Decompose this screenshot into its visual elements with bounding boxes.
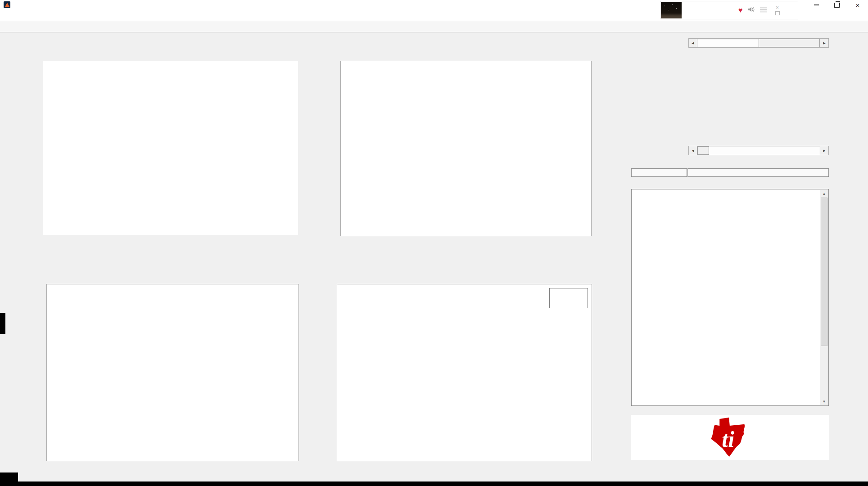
- chirp-slider-thumb[interactable]: [697, 146, 709, 155]
- plot-1d-fft[interactable]: [46, 284, 299, 461]
- scrollbar-thumb[interactable]: [821, 198, 827, 346]
- toolbar: [0, 21, 868, 32]
- speaker-icon[interactable]: [748, 6, 755, 14]
- app-icon: [4, 1, 10, 8]
- scroll-up-arrow[interactable]: ▲: [820, 190, 828, 197]
- chirp-slider-right-arrow[interactable]: ▶: [820, 146, 828, 155]
- window-controls: ×: [806, 0, 868, 10]
- time-domain-legend[interactable]: [549, 288, 588, 308]
- minimize-button[interactable]: [806, 0, 827, 10]
- parameters-table: ▲ ▼: [631, 189, 829, 406]
- plot-time-domain[interactable]: [337, 284, 592, 461]
- scroll-down-arrow[interactable]: ▼: [820, 398, 828, 405]
- taskbar-strip: [0, 482, 868, 486]
- plot-detection[interactable]: [340, 61, 592, 236]
- frame-slider-thumb[interactable]: [759, 39, 820, 47]
- miscellaneous-options-button[interactable]: [687, 168, 829, 177]
- radarstudio-window: × ♥ ×: [0, 0, 868, 486]
- desktop-strip-left: [0, 313, 5, 334]
- music-player-overlay: ♥ ×: [660, 1, 798, 19]
- playlist-icon[interactable]: [760, 6, 767, 14]
- album-art[interactable]: [661, 2, 682, 18]
- player-close-icon[interactable]: ×: [776, 5, 779, 10]
- frame-slider-track[interactable]: [697, 39, 820, 47]
- chirp-slider[interactable]: ◀ ▶: [688, 146, 829, 155]
- fft2d-heatmap-canvas[interactable]: [43, 61, 298, 235]
- maximize-button[interactable]: [827, 0, 847, 10]
- play-button[interactable]: [631, 168, 687, 177]
- chirp-slider-track[interactable]: [697, 146, 820, 155]
- plot-2d-fft[interactable]: [43, 61, 298, 235]
- close-button[interactable]: ×: [847, 0, 868, 10]
- close-icon: ×: [856, 2, 860, 9]
- frame-slider-right-arrow[interactable]: ▶: [820, 39, 828, 47]
- frame-slider[interactable]: ◀ ▶: [688, 38, 829, 48]
- restore-icon: [834, 3, 840, 8]
- frame-slider-left-arrow[interactable]: ◀: [689, 39, 697, 47]
- detection-scatter-canvas[interactable]: [341, 61, 591, 236]
- ti-red-mark: ti: [706, 417, 748, 458]
- favorite-heart-icon[interactable]: ♥: [738, 6, 743, 14]
- player-restore-icon[interactable]: [775, 11, 780, 15]
- svg-text:ti: ti: [722, 427, 734, 452]
- time-domain-canvas[interactable]: [337, 284, 592, 461]
- player-controls: ♥ ×: [738, 5, 780, 15]
- player-window-controls: ×: [775, 5, 780, 15]
- chirp-slider-left-arrow[interactable]: ◀: [689, 146, 697, 155]
- minimize-icon: [814, 4, 819, 5]
- table-scrollbar[interactable]: ▲ ▼: [820, 190, 828, 405]
- texas-instruments-logo: ti: [631, 415, 829, 460]
- fft1d-line-canvas[interactable]: [47, 284, 298, 461]
